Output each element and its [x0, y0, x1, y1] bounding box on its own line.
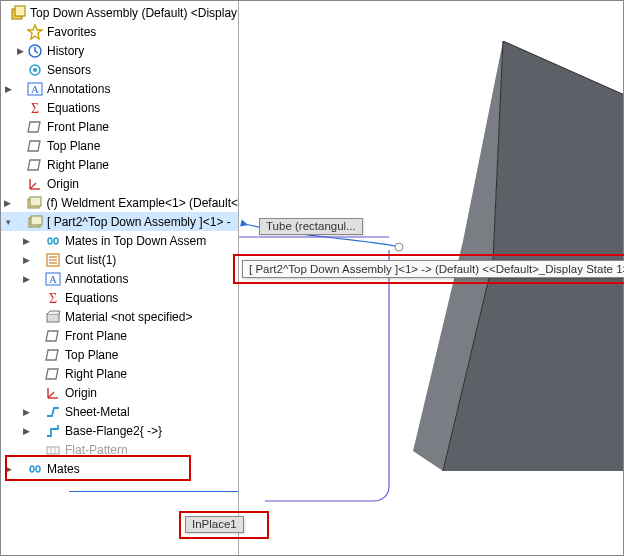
tree-item-label: [ Part2^Top Down Assembly ]<1> - [47, 215, 231, 229]
plane-icon [45, 347, 61, 363]
tree-item-equations[interactable]: ▶ Σ Equations [1, 98, 238, 117]
tree-item-annotations[interactable]: ▶ ▶ A Annotations [1, 79, 238, 98]
flange-icon [45, 423, 61, 439]
expand-icon[interactable]: ▶ [21, 407, 31, 417]
part-icon [26, 195, 42, 211]
tree-item-label: Sensors [47, 63, 91, 77]
expand-icon[interactable]: ▶ [3, 84, 13, 94]
mates-connector-line [69, 491, 239, 492]
expand-icon[interactable]: ▶ [21, 274, 31, 284]
tree-item-label: Equations [47, 101, 100, 115]
equations-icon: Σ [27, 100, 43, 116]
plane-icon [27, 119, 43, 135]
tree-item-label: Mates in Top Down Assem [65, 234, 206, 248]
model-solid [403, 41, 623, 471]
tree-item-flat-pattern[interactable]: ▶ Flat-Pattern [1, 440, 238, 459]
plane-icon [27, 138, 43, 154]
expand-icon[interactable]: ▶ [21, 255, 31, 265]
tree-item-material[interactable]: ▶ Material <not specified> [1, 307, 238, 326]
expand-icon[interactable]: ▶ [21, 426, 31, 436]
tree-item-label: Annotations [65, 272, 128, 286]
plane-icon [45, 366, 61, 382]
tree-item-mates[interactable]: ▶ ▶ Mates [1, 459, 238, 478]
tree-item-label: (f) Weldment Example<1> (Default< [46, 196, 238, 210]
svg-rect-1 [15, 6, 25, 16]
origin-icon [45, 385, 61, 401]
tree-item-label: Right Plane [47, 158, 109, 172]
plane-icon [45, 328, 61, 344]
history-icon [27, 43, 43, 59]
tree-item-right-plane[interactable]: ▶ Right Plane [1, 155, 238, 174]
callout-label: InPlace1 [192, 518, 237, 530]
annotations-icon: A [27, 81, 43, 97]
svg-rect-17 [47, 314, 59, 322]
tree-item-mates-in-assembly[interactable]: ▶ ▶ Mates in Top Down Assem [1, 231, 238, 250]
tree-item-sensors[interactable]: ▶ Sensors [1, 60, 238, 79]
expand-icon[interactable]: ▶ [3, 464, 13, 474]
tree-item-part2-assembly[interactable]: ▾ ▶ [ Part2^Top Down Assembly ]<1> - [1, 212, 238, 231]
tree-item-sheet-metal[interactable]: ▶ ▶ Sheet-Metal [1, 402, 238, 421]
plane-icon [27, 157, 43, 173]
feature-tree-panel[interactable]: ▶ Top Down Assembly (Default) <Display S… [1, 1, 239, 555]
star-icon [27, 24, 43, 40]
tree-item-annotations-2[interactable]: ▶ ▶ A Annotations [1, 269, 238, 288]
expand-icon[interactable]: ▶ [21, 236, 31, 246]
tree-item-origin[interactable]: ▶ Origin [1, 174, 238, 193]
tree-item-favorites[interactable]: ▶ Favorites [1, 22, 238, 41]
tree-item-label: Base-Flange2{ ->} [65, 424, 162, 438]
svg-text:Σ: Σ [49, 291, 57, 306]
tooltip-text: [ Part2^Top Down Assembly ]<1> -> (Defau… [249, 263, 624, 275]
matesclip-icon [27, 461, 43, 477]
tooltip-part2: [ Part2^Top Down Assembly ]<1> -> (Defau… [242, 260, 624, 278]
origin-icon [27, 176, 43, 192]
svg-text:A: A [31, 83, 39, 95]
mates-icon [45, 233, 61, 249]
tree-item-right-plane-2[interactable]: ▶ Right Plane [1, 364, 238, 383]
tree-item-label: Front Plane [47, 120, 109, 134]
callout-tube[interactable]: Tube (rectangul... [259, 218, 363, 235]
svg-rect-10 [30, 197, 41, 206]
tree-item-history[interactable]: ▶ History [1, 41, 238, 60]
tree-item-front-plane-2[interactable]: ▶ Front Plane [1, 326, 238, 345]
tree-item-top-plane[interactable]: ▶ Top Plane [1, 136, 238, 155]
tree-item-label: History [47, 44, 84, 58]
expand-icon[interactable]: ▶ [15, 46, 25, 56]
tree-item-origin-2[interactable]: ▶ Origin [1, 383, 238, 402]
tree-item-front-plane[interactable]: ▶ Front Plane [1, 117, 238, 136]
svg-point-5 [33, 68, 37, 72]
tree-item-label: Top Plane [65, 348, 118, 362]
callout-inplace[interactable]: InPlace1 [185, 516, 244, 533]
tree-item-equations-2[interactable]: ▶ Σ Equations [1, 288, 238, 307]
callout-label: Tube (rectangul... [266, 220, 356, 232]
svg-text:Σ: Σ [31, 101, 39, 116]
annotations-icon: A [45, 271, 61, 287]
sensor-icon [27, 62, 43, 78]
tree-item-label: Origin [47, 177, 79, 191]
equations-icon: Σ [45, 290, 61, 306]
tree-root[interactable]: ▶ Top Down Assembly (Default) <Display S [1, 3, 238, 22]
expand-icon[interactable]: ▶ [3, 198, 13, 208]
app-root: ▶ Top Down Assembly (Default) <Display S… [0, 0, 624, 556]
tree-item-weldment[interactable]: ▶ ▶ (f) Weldment Example<1> (Default< [1, 193, 238, 212]
tree-item-label: Annotations [47, 82, 110, 96]
tree-item-label: Material <not specified> [65, 310, 192, 324]
tree-item-label: Flat-Pattern [65, 443, 128, 457]
assembly-icon [10, 5, 26, 21]
tree-root-label: Top Down Assembly (Default) <Display S [30, 6, 239, 20]
tree-item-label: Origin [65, 386, 97, 400]
tree-item-label: Top Plane [47, 139, 100, 153]
part-icon [27, 214, 43, 230]
tree-item-label: Favorites [47, 25, 96, 39]
tree-item-label: Cut list(1) [65, 253, 116, 267]
tree-item-label: Right Plane [65, 367, 127, 381]
tree-item-label: Mates [47, 462, 80, 476]
cutlist-icon [45, 252, 61, 268]
tree-item-label: Equations [65, 291, 118, 305]
tree-item-label: Front Plane [65, 329, 127, 343]
graphics-viewport[interactable] [239, 1, 623, 555]
tree-item-cutlist[interactable]: ▶ ▶ Cut list(1) [1, 250, 238, 269]
tree-item-top-plane-2[interactable]: ▶ Top Plane [1, 345, 238, 364]
sheetmetal-icon [45, 404, 61, 420]
collapse-icon[interactable]: ▾ [3, 217, 13, 227]
tree-item-base-flange[interactable]: ▶ ▶ Base-Flange2{ ->} [1, 421, 238, 440]
